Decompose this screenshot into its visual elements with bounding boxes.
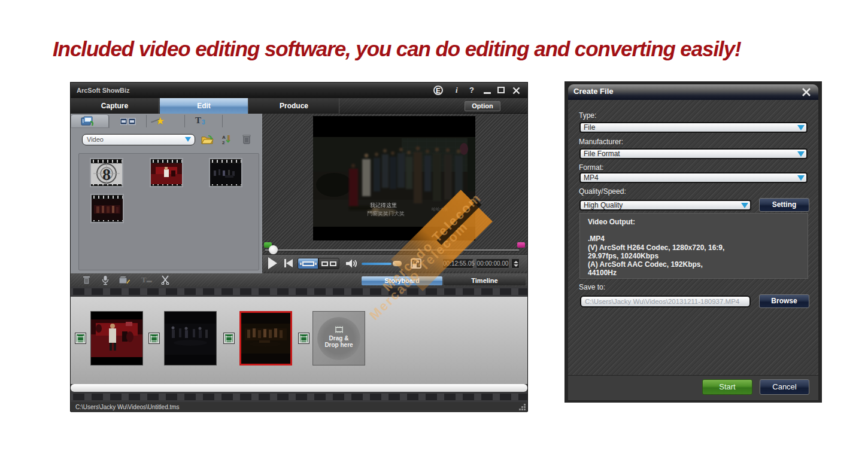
svg-text:2: 2 — [222, 140, 225, 145]
svg-text:8: 8 — [102, 165, 111, 184]
svg-text:門窗奖奖门犬奖: 門窗奖奖门犬奖 — [367, 211, 405, 217]
svg-text:我记得这里: 我记得这里 — [370, 202, 397, 208]
svg-text:A: A — [222, 135, 226, 140]
